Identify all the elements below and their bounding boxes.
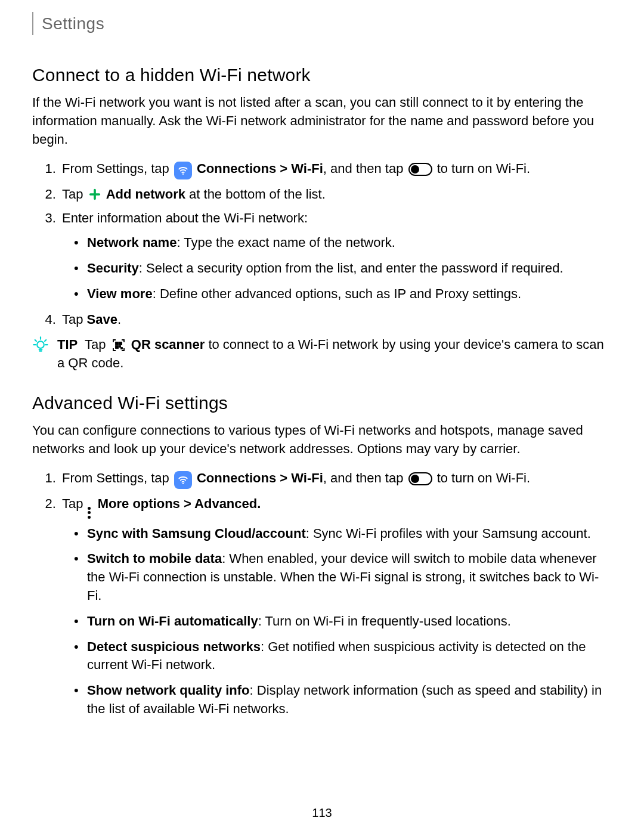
tip-text: Tap [85, 337, 110, 352]
more-options-icon [88, 507, 92, 519]
wifi-icon [174, 162, 192, 179]
svg-point-1 [37, 342, 44, 349]
tip-label: TIP [57, 337, 78, 352]
page-number: 113 [0, 804, 644, 821]
sub-bullets: Network name: Type the exact name of the… [62, 234, 612, 303]
bullet-item: Show network quality info: Display netwo… [85, 682, 612, 719]
toggle-off-icon [408, 163, 432, 176]
step-text: , and then tap [323, 470, 407, 485]
tip-bold: QR scanner [131, 337, 205, 352]
step-text: From Settings, tap [62, 470, 173, 485]
bullet-item: Sync with Samsung Cloud/account: Sync Wi… [85, 525, 612, 543]
bullet-item: Detect suspicious networks: Get notified… [85, 638, 612, 675]
step-item: Tap More options > Advanced. Sync with S… [60, 495, 612, 719]
bullet-bold: Detect suspicious networks [87, 639, 261, 654]
svg-point-14 [182, 482, 184, 484]
section-intro: You can configure connections to various… [32, 422, 612, 459]
document-page: Settings Connect to a hidden Wi-Fi netwo… [0, 0, 644, 833]
bullet-bold: Switch to mobile data [87, 551, 222, 566]
svg-line-3 [35, 340, 36, 341]
bullet-text: : Turn on Wi-Fi in frequently-used locat… [258, 614, 511, 628]
step-text: , and then tap [323, 161, 407, 176]
step-bold: Connections > Wi-Fi [197, 161, 323, 176]
step-bold: More options > Advanced. [98, 496, 261, 511]
svg-rect-10 [119, 342, 122, 345]
bullet-bold: View more [87, 286, 153, 301]
step-text: . [117, 312, 121, 327]
step-text: to turn on Wi-Fi. [437, 161, 530, 176]
step-item: Enter information about the Wi-Fi networ… [60, 209, 612, 303]
step-text: Tap [62, 312, 87, 327]
svg-line-4 [45, 340, 46, 341]
bullet-bold: Network name [87, 235, 177, 250]
bullet-text: : Sync Wi-Fi profiles with your Samsung … [306, 526, 591, 541]
page-header: Settings [32, 12, 612, 35]
bullet-text: : Type the exact name of the network. [177, 235, 395, 250]
tip-block: TIP Tap QR scanner to connect to a Wi-Fi… [32, 336, 612, 373]
step-bold: Save [87, 312, 117, 327]
step-text: Tap [62, 496, 87, 511]
step-item: Tap Add network at the bottom of the lis… [60, 185, 612, 204]
step-bold: Connections > Wi-Fi [197, 470, 323, 485]
ordered-steps-advanced-wifi: From Settings, tap Connections > Wi-Fi, … [32, 469, 612, 719]
qr-scanner-icon [111, 337, 126, 353]
step-text: to turn on Wi-Fi. [437, 470, 530, 485]
bullet-bold: Security [87, 261, 139, 275]
step-item: From Settings, tap Connections > Wi-Fi, … [60, 469, 612, 489]
step-item: From Settings, tap Connections > Wi-Fi, … [60, 160, 612, 179]
lightbulb-icon [32, 336, 49, 352]
step-text: Enter information about the Wi-Fi networ… [62, 210, 308, 225]
svg-rect-9 [116, 342, 118, 345]
bullet-text: : Define other advanced options, such as… [153, 286, 521, 301]
step-text: From Settings, tap [62, 161, 173, 176]
wifi-icon [174, 471, 192, 489]
bullet-bold: Sync with Samsung Cloud/account [87, 526, 306, 541]
bullet-item: Turn on Wi-Fi automatically: Turn on Wi-… [85, 612, 612, 631]
step-text: Tap [62, 187, 87, 202]
toggle-off-icon [408, 472, 432, 485]
section-heading-hidden-wifi: Connect to a hidden Wi-Fi network [32, 63, 612, 88]
svg-point-0 [182, 173, 184, 174]
bullet-bold: Turn on Wi-Fi automatically [87, 614, 258, 628]
step-item: Tap Save. [60, 311, 612, 329]
section-intro: If the Wi-Fi network you want is not lis… [32, 94, 612, 148]
plus-icon [88, 187, 102, 202]
bullet-item: Switch to mobile data: When enabled, you… [85, 550, 612, 605]
bullet-bold: Show network quality info [87, 683, 250, 698]
bullet-text: : Select a security option from the list… [139, 261, 564, 275]
svg-rect-12 [119, 346, 120, 347]
bullet-item: View more: Define other advanced options… [85, 285, 612, 304]
svg-rect-13 [121, 348, 122, 349]
tip-text-block: TIP Tap QR scanner to connect to a Wi-Fi… [57, 336, 612, 373]
svg-rect-11 [116, 346, 118, 348]
sub-bullets: Sync with Samsung Cloud/account: Sync Wi… [62, 525, 612, 719]
step-text: at the bottom of the list. [185, 187, 326, 202]
bullet-item: Security: Select a security option from … [85, 259, 612, 278]
step-bold: Add network [106, 187, 185, 202]
ordered-steps-hidden-wifi: From Settings, tap Connections > Wi-Fi, … [32, 160, 612, 329]
bullet-item: Network name: Type the exact name of the… [85, 234, 612, 252]
section-heading-advanced-wifi: Advanced Wi-Fi settings [32, 391, 612, 416]
